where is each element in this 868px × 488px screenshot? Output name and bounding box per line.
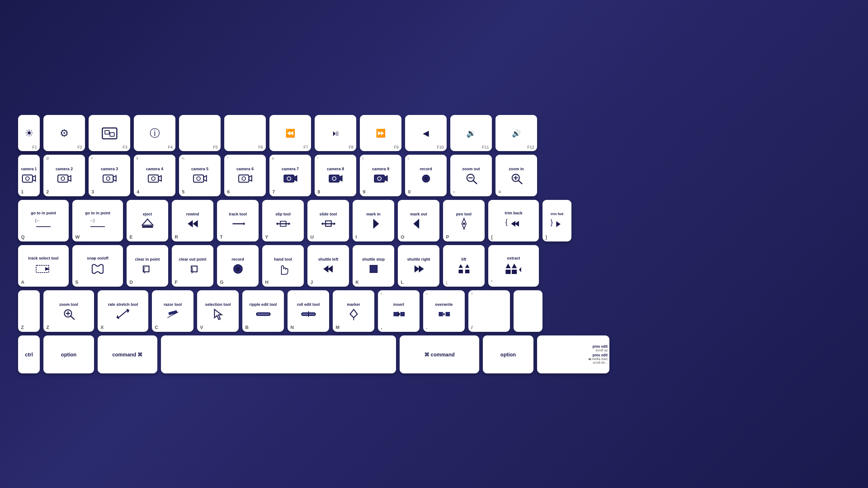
key-cam8[interactable]: * camera 8 8	[315, 155, 356, 196]
key-zoom-out[interactable]: zoom out -	[450, 155, 492, 196]
key-spacebar[interactable]	[161, 335, 396, 373]
key-ctrl[interactable]: ctrl	[18, 335, 40, 373]
modifier-row: ctrl option command ⌘ ⌘ command option p…	[18, 335, 850, 373]
svg-marker-68	[556, 221, 561, 227]
key-q-gotoin[interactable]: go to in point {← Q	[18, 200, 69, 241]
svg-marker-78	[328, 265, 333, 273]
key-f-clearout[interactable]: clear out point } F	[172, 245, 213, 287]
key-cam7[interactable]: & camera 7 7	[269, 155, 311, 196]
key-o-markout[interactable]: mark out O	[398, 200, 439, 241]
asdf-row: track select tool A snap on/off S clear …	[18, 245, 850, 287]
svg-marker-16	[204, 176, 207, 181]
svg-rect-9	[103, 175, 113, 182]
svg-rect-3	[22, 175, 33, 182]
svg-marker-54	[321, 222, 323, 225]
key-bracket2-trimfwd[interactable]: trim fwd } ]	[542, 200, 571, 241]
svg-marker-57	[374, 219, 379, 228]
key-k-shuttlestop[interactable]: shuttle stop K	[353, 245, 394, 287]
svg-marker-51	[289, 222, 290, 225]
key-f10[interactable]: ◀ F10	[405, 115, 447, 151]
key-e-eject[interactable]: eject E	[127, 200, 168, 241]
key-f1-partial[interactable]: ☀ F1	[18, 115, 40, 151]
key-g-record[interactable]: record G	[217, 245, 259, 287]
key-b-ripple[interactable]: ripple edit tool B	[242, 290, 284, 332]
key-t-track[interactable]: track tool T	[217, 200, 259, 241]
key-l-shuttleright[interactable]: shuttle right L	[398, 245, 439, 287]
key-option-right[interactable]: option	[483, 335, 533, 373]
key-i-markin[interactable]: mark in I	[353, 200, 394, 241]
key-f11[interactable]: 🔉 F11	[450, 115, 492, 151]
key-v-selection[interactable]: selection tool V	[197, 290, 239, 332]
qwerty-row: go to in point {← Q go to in point →} W …	[18, 200, 850, 241]
key-zoom-in[interactable]: zoom in =	[495, 155, 537, 196]
key-j-shuttleleft[interactable]: shuttle left J	[307, 245, 349, 287]
key-quote-extract[interactable]: extract '	[488, 245, 539, 287]
key-cam9[interactable]: ( camera 9 9	[360, 155, 401, 196]
key-f2[interactable]: ⚙ F2	[43, 115, 85, 151]
svg-point-11	[106, 177, 110, 180]
svg-line-95	[71, 316, 75, 320]
key-y-slip[interactable]: slip tool Y	[262, 200, 304, 241]
key-u-slide[interactable]: slide tool U	[307, 200, 349, 241]
svg-line-34	[473, 180, 477, 184]
key-option-left[interactable]: option	[43, 335, 94, 373]
key-c-razor[interactable]: razor tool C	[152, 290, 193, 332]
num-row: camera 1 1 @ camera 2 2 # camera 3 3 $ c…	[18, 155, 850, 196]
svg-marker-7	[68, 176, 71, 181]
key-prevedit[interactable]: prev edit scroll up prev edit ◀ media st…	[537, 335, 609, 373]
key-cam3[interactable]: # camera 3 3	[89, 155, 130, 196]
key-cam4[interactable]: $ camera 4 4	[134, 155, 175, 196]
svg-rect-86	[506, 270, 511, 274]
svg-marker-55	[334, 222, 336, 225]
svg-point-14	[152, 177, 155, 180]
key-z-zoom[interactable]: zoom tool Z	[43, 290, 94, 332]
svg-rect-115	[400, 312, 405, 316]
key-blank-right[interactable]	[514, 290, 542, 332]
key-x-ratestretch[interactable]: rate stretch tool X	[98, 290, 148, 332]
key-cam1[interactable]: camera 1 1	[18, 155, 40, 196]
key-period-overwrite[interactable]: overwrite . >	[423, 290, 465, 332]
key-d-clearin[interactable]: clear in point { D	[127, 245, 168, 287]
svg-rect-113	[393, 312, 398, 316]
key-slash[interactable]: / ?	[468, 290, 510, 332]
key-f7[interactable]: ⏪ F7	[269, 115, 311, 151]
svg-marker-109	[315, 312, 316, 316]
key-cam5[interactable]: % camera 5 5	[179, 155, 221, 196]
key-comma-insert[interactable]: insert , <	[378, 290, 420, 332]
key-s-snap[interactable]: snap on/off S	[72, 245, 123, 287]
key-r-rewind[interactable]: rewind R	[172, 200, 213, 241]
key-f3[interactable]: F3	[89, 115, 130, 151]
svg-marker-114	[398, 311, 400, 317]
key-f5[interactable]: F5	[179, 115, 221, 151]
svg-marker-77	[323, 265, 328, 273]
svg-point-31	[424, 177, 428, 180]
key-f9[interactable]: ⏩ F9	[360, 115, 401, 151]
key-record[interactable]: ) record 0	[405, 155, 447, 196]
svg-point-62	[463, 223, 465, 225]
key-f6[interactable]: F6	[224, 115, 266, 151]
key-m-marker[interactable]: marker M	[333, 290, 374, 332]
key-f4[interactable]: ⓘ F4	[134, 115, 175, 151]
key-w-gotoin2[interactable]: go to in point →} W	[72, 200, 123, 241]
key-command-left[interactable]: command ⌘	[98, 335, 157, 373]
key-command-right[interactable]: ⌘ command	[400, 335, 479, 373]
key-bracket-trimback[interactable]: trim back { [	[488, 200, 539, 241]
svg-marker-104	[256, 312, 257, 316]
key-h-hand[interactable]: hand tool H	[262, 245, 304, 287]
key-n-rolledit[interactable]: roll edit tool N	[288, 290, 329, 332]
svg-marker-90	[519, 267, 521, 272]
key-semi-lift[interactable]: lift ;	[443, 245, 485, 287]
key-cam2[interactable]: @ camera 2 2	[43, 155, 85, 196]
svg-marker-111	[350, 309, 357, 318]
svg-marker-87	[506, 264, 511, 268]
svg-marker-43	[142, 219, 153, 225]
key-f8[interactable]: ⏯ F8	[315, 115, 356, 151]
key-p-pen[interactable]: pen tool P	[443, 200, 485, 241]
key-cam6[interactable]: ^ camera 6 6	[224, 155, 266, 196]
key-z-blank[interactable]: Z	[18, 290, 40, 332]
svg-text:}: }	[191, 266, 193, 273]
key-f12[interactable]: 🔊 F12	[495, 115, 537, 151]
key-a-tracksel[interactable]: track select tool A	[18, 245, 69, 287]
fn-row: ☀ F1 ⚙ F2 F3 ⓘ F4 F5 F6 ⏪ F7 ⏯ F8 ⏩	[18, 115, 850, 151]
svg-point-8	[61, 177, 65, 180]
